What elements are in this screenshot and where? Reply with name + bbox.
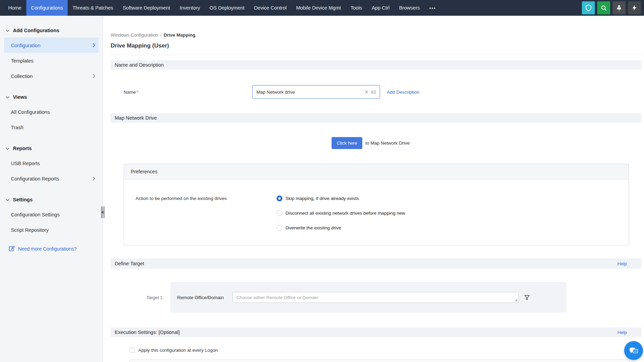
name-input-wrap: ✕ 83: [252, 85, 380, 99]
chevron-down-icon: [5, 146, 10, 151]
sidebar-header-add-configurations[interactable]: Add Configurations: [0, 25, 103, 36]
define-target-help-link[interactable]: Help: [617, 261, 627, 266]
radio-label: Disconnect all existing network drives b…: [285, 211, 405, 216]
nav-item-threats-patches[interactable]: Threats & Patches: [68, 0, 118, 16]
sidebar-item-label: Trash: [11, 125, 24, 130]
preferences-panel: Preferences Action to be performed on th…: [124, 164, 629, 245]
page-title: Drive Mapping (User): [111, 42, 641, 49]
sidebar-item-label: USB Reports: [11, 161, 40, 166]
radio-label: Skip mapping, if drive already exists: [285, 196, 359, 201]
sidebar-item-label: All Configurations: [11, 109, 50, 115]
section-title: Define Target: [115, 261, 144, 266]
remote-office-input[interactable]: [236, 295, 515, 300]
sidebar-item-script-repository[interactable]: Script Repository: [4, 222, 99, 238]
radio-unselected-icon[interactable]: [277, 225, 282, 231]
remote-office-domain-label: Remote Office/Domain: [177, 295, 224, 300]
sidebar-item-label: Collection: [11, 73, 33, 79]
add-description-link[interactable]: Add Description: [387, 90, 419, 95]
map-drive-row: Click here to Map Network Drive: [111, 137, 641, 149]
target-row: Target 1 Remote Office/Domain: [111, 282, 641, 313]
sidebar-item-trash[interactable]: Trash: [4, 120, 99, 135]
preferences-header: Preferences: [124, 164, 629, 179]
section-bar-map-network-drive: Map Network Drive: [111, 113, 641, 123]
nav-item-device-control[interactable]: Device Control: [249, 0, 291, 16]
sidebar-item-configuration[interactable]: Configuration: [4, 38, 99, 53]
breadcrumb-separator: ›: [160, 32, 162, 38]
page: Home Configurations Threats & Patches So…: [0, 0, 644, 362]
chevron-right-icon: [93, 43, 95, 48]
logon-checkbox-row: Apply this configuration at every Logon: [111, 348, 641, 353]
search-icon[interactable]: [597, 1, 610, 14]
chevron-right-icon: [93, 74, 95, 78]
nav-overflow-ellipsis-icon[interactable]: •••: [424, 0, 441, 16]
need-more-configurations-link[interactable]: Need more Configurations?: [9, 245, 103, 253]
section-bar-name-description: Name and Description: [111, 60, 641, 70]
nav-item-browsers[interactable]: Browsers: [394, 0, 424, 16]
chat-bubbles-icon[interactable]: [624, 341, 643, 360]
sidebar-section-settings: Settings Configuration Settings Script R…: [0, 195, 103, 238]
sidebar-section-title: Settings: [13, 197, 32, 202]
radio-skip-mapping[interactable]: Skip mapping, if drive already exists: [277, 196, 405, 201]
sidebar-collapse-grip-icon[interactable]: [100, 205, 106, 219]
sidebar-section-title: Add Configurations: [13, 28, 59, 33]
click-here-button[interactable]: Click here: [332, 137, 362, 149]
nav-item-app-ctrl[interactable]: App Ctrl: [367, 0, 394, 16]
sidebar-item-collection[interactable]: Collection: [4, 68, 99, 84]
sidebar-section-add-configurations: Add Configurations Configuration Templat…: [0, 25, 103, 84]
click-here-caption: to Map Network Drive: [365, 140, 410, 146]
section-title: Map Network Drive: [115, 115, 157, 121]
sidebar-header-reports[interactable]: Reports: [0, 143, 103, 153]
chevron-down-icon: [5, 197, 10, 202]
filter-funnel-icon[interactable]: [524, 294, 530, 301]
nav-item-inventory[interactable]: Inventory: [175, 0, 205, 16]
nav-icon-group: [582, 0, 644, 16]
radio-disconnect-all[interactable]: Disconnect all existing network drives b…: [277, 210, 405, 216]
nav-item-home[interactable]: Home: [3, 0, 26, 16]
clear-icon[interactable]: ✕: [364, 89, 369, 95]
sidebar-item-templates[interactable]: Templates: [4, 53, 99, 68]
name-label: Name*: [124, 90, 252, 95]
radio-label: Overwrite the existing drive: [285, 225, 341, 230]
lightning-icon[interactable]: [628, 1, 641, 14]
sidebar: Add Configurations Configuration Templat…: [0, 16, 103, 362]
radio-overwrite[interactable]: Overwrite the existing drive: [277, 225, 405, 231]
logon-checkbox[interactable]: [130, 348, 135, 353]
main-content: Windows Configuration›Drive Mapping Driv…: [103, 16, 644, 362]
action-radio-group: Skip mapping, if drive already exists Di…: [277, 196, 405, 231]
nav-item-software-deployment[interactable]: Software Deployment: [118, 0, 175, 16]
name-input[interactable]: [256, 90, 363, 95]
resize-handle-icon[interactable]: [515, 299, 518, 302]
sidebar-header-views[interactable]: Views: [0, 92, 103, 102]
sidebar-section-views: Views All Configurations Trash: [0, 92, 103, 135]
nav-item-tools[interactable]: Tools: [346, 0, 367, 16]
rocket-icon[interactable]: [613, 1, 626, 14]
required-asterisk: *: [137, 90, 138, 95]
chevron-right-icon: [93, 176, 95, 181]
target-number-label: Target 1: [146, 295, 170, 300]
radio-selected-icon[interactable]: [277, 196, 282, 201]
sidebar-item-usb-reports[interactable]: USB Reports: [4, 156, 99, 171]
radio-unselected-icon[interactable]: [277, 210, 282, 216]
edit-pencil-icon: [9, 245, 15, 253]
execution-settings-help-link[interactable]: Help: [617, 330, 627, 335]
top-nav: Home Configurations Threats & Patches So…: [0, 0, 644, 16]
sidebar-item-configuration-reports[interactable]: Configuration Reports: [4, 171, 99, 186]
breadcrumb-windows-configuration[interactable]: Windows Configuration: [111, 32, 158, 38]
sidebar-item-label: Configuration Reports: [11, 176, 59, 182]
shield-icon[interactable]: [582, 1, 595, 14]
sidebar-item-label: Configuration Settings: [11, 212, 60, 217]
nav-item-os-deployment[interactable]: OS Deployment: [205, 0, 249, 16]
sidebar-section-title: Views: [13, 94, 27, 100]
title-divider: [111, 55, 641, 55]
chevron-down-icon: [5, 94, 10, 100]
sidebar-section-reports: Reports USB Reports Configuration Report…: [0, 143, 103, 186]
nav-item-configurations[interactable]: Configurations: [26, 0, 68, 16]
sidebar-item-configuration-settings[interactable]: Configuration Settings: [4, 207, 99, 222]
section-title: Execution Settings: [Optional]: [115, 330, 180, 335]
action-label: Action to be performed on the existing d…: [136, 196, 277, 231]
sidebar-item-all-configurations[interactable]: All Configurations: [4, 104, 99, 120]
section-bar-execution-settings: Execution Settings: [Optional] Help: [111, 327, 641, 337]
nav-item-mobile-device-mgmt[interactable]: Mobile Device Mgmt: [291, 0, 346, 16]
sidebar-header-settings[interactable]: Settings: [0, 195, 103, 205]
chevron-down-icon: [5, 28, 10, 33]
